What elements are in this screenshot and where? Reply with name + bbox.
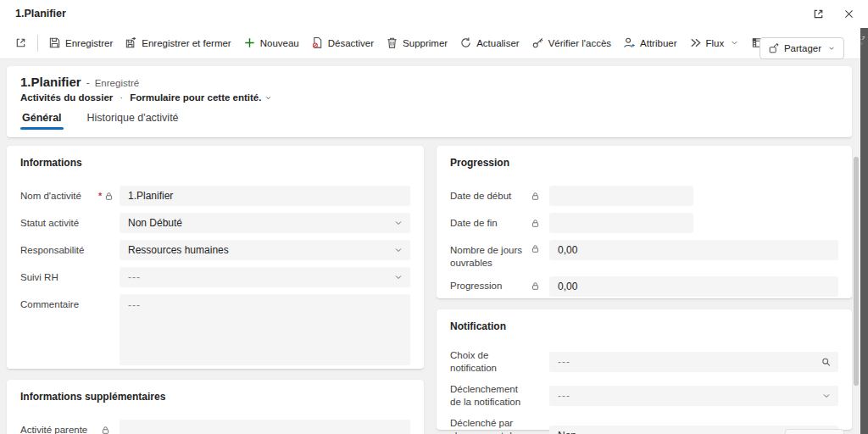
field-activite-parente: Activité parente: [20, 420, 410, 434]
tab-general[interactable]: Général: [20, 110, 64, 130]
lock-icon: [531, 244, 540, 253]
plus-icon: [243, 36, 256, 49]
field-nom-activite: Nom d'activité * 1.Planifier: [20, 186, 410, 206]
save-icon: [48, 36, 61, 49]
partial-card-edge: [785, 429, 844, 434]
chevron-down-icon: [393, 245, 403, 255]
dialog-title-bar: 1.Planifier: [0, 0, 868, 27]
field-progression: Progression 0,00: [450, 276, 838, 297]
progression-input[interactable]: 0,00: [549, 276, 838, 297]
field-suivi-rh: Suivi RH ---: [20, 267, 410, 287]
share-button[interactable]: Partager: [760, 37, 844, 59]
commentaire-textarea[interactable]: ---: [120, 294, 410, 365]
new-button[interactable]: Nouveau: [237, 31, 305, 55]
person-add-icon: [623, 36, 636, 49]
background-window-text2: v: [860, 41, 868, 46]
record-name: 1.Planifier: [20, 75, 81, 89]
lock-icon: [531, 281, 540, 291]
save-button[interactable]: Enregistrer: [42, 31, 119, 55]
lock-icon: [104, 192, 114, 201]
share-icon: [768, 42, 780, 54]
field-choix-notification: Choix de notification ---: [450, 349, 838, 375]
field-date-fin: Date de fin: [450, 213, 838, 233]
check-access-button[interactable]: Vérifier l'accès: [526, 31, 617, 55]
deactivate-icon: [311, 36, 324, 49]
jours-ouvrables-input[interactable]: 0,00: [549, 240, 838, 260]
chevron-down-icon: [821, 391, 832, 401]
section-progression: Progression Date de début Date de fin: [437, 146, 852, 298]
dialog-title: 1.Planifier: [15, 8, 66, 19]
save-and-close-button[interactable]: Enregistrer et fermer: [119, 31, 236, 55]
refresh-icon: [459, 36, 472, 49]
refresh-button[interactable]: Actualiser: [453, 31, 526, 55]
popout-icon[interactable]: [810, 6, 826, 22]
vertical-scrollbar[interactable]: [854, 157, 859, 386]
date-fin-input[interactable]: [549, 213, 693, 233]
field-declenche-par-changement-role: Déclenché par changement de rôle Non: [450, 417, 838, 434]
field-commentaire: Commentaire ---: [20, 294, 410, 365]
tab-activity-history[interactable]: Historique d'activité: [86, 110, 181, 130]
field-responsabilite: Responsabilité Ressources humaines: [20, 240, 410, 260]
entity-name: Activités du dossier: [20, 92, 113, 103]
toolbar-divider: [37, 35, 38, 52]
open-in-new-window-button[interactable]: [8, 31, 33, 55]
choix-notification-lookup[interactable]: ---: [549, 352, 838, 372]
delete-button[interactable]: Supprimer: [380, 31, 453, 55]
field-jours-ouvrables: Nombre de jours ouvrables 0,00: [450, 240, 838, 270]
responsabilite-select[interactable]: Ressources humaines: [120, 240, 410, 260]
record-separator: -: [86, 77, 90, 89]
search-icon[interactable]: [821, 356, 832, 367]
background-window-strip: .7 v: [860, 28, 868, 434]
record-status: Enregistré: [95, 78, 139, 88]
section-title: Informations supplémentaires: [20, 391, 410, 403]
suivi-rh-select[interactable]: ---: [120, 267, 410, 287]
date-debut-input[interactable]: [549, 186, 693, 206]
field-declenchement-notification: Déclenchement de la notification ---: [450, 383, 838, 409]
lock-icon: [531, 219, 540, 228]
save-and-close-icon: [125, 36, 137, 49]
trash-icon: [386, 36, 398, 49]
section-title: Progression: [450, 157, 838, 169]
command-bar: Enregistrer Enregistrer et fermer Nouvea…: [0, 27, 860, 59]
assign-button[interactable]: Attribuer: [617, 31, 682, 55]
declenchement-notification-select[interactable]: ---: [549, 386, 838, 406]
deactivate-button[interactable]: Désactiver: [305, 31, 380, 55]
dot-separator: ·: [120, 92, 123, 103]
section-informations-supplementaires: Informations supplémentaires Activité pa…: [7, 380, 424, 434]
open-in-new-window-icon: [14, 36, 27, 49]
record-header-card: 1.Planifier - Enregistré Activités du do…: [7, 66, 852, 137]
section-informations: Informations Nom d'activité * 1.Planifie…: [7, 146, 424, 369]
section-title: Informations: [20, 157, 410, 169]
section-title: Notification: [450, 320, 838, 332]
flow-icon: [689, 36, 702, 49]
chevron-down-icon: [730, 38, 739, 47]
key-icon: [531, 36, 544, 49]
form-page: 1.Planifier - Enregistré Activités du do…: [0, 59, 860, 434]
lock-icon: [101, 426, 110, 434]
form-selector[interactable]: Formulaire pour cette entité.: [130, 92, 272, 103]
activite-parente-input[interactable]: [120, 420, 410, 434]
field-statut-activite: Statut activité Non Débuté: [20, 213, 410, 233]
chevron-down-icon: [393, 218, 403, 228]
flow-button[interactable]: Flux: [683, 31, 746, 55]
form-tabs: Général Historique d'activité: [20, 110, 838, 130]
statut-activite-select[interactable]: Non Débuté: [120, 213, 410, 233]
chevron-down-icon: [827, 44, 836, 53]
section-notification: Notification Choix de notification --- D…: [437, 309, 852, 430]
close-icon[interactable]: [842, 7, 856, 21]
nom-activite-input[interactable]: 1.Planifier: [120, 186, 410, 206]
field-date-debut: Date de début: [450, 186, 838, 206]
required-marker: *: [98, 191, 102, 201]
lock-icon: [531, 192, 540, 201]
chevron-down-icon: [393, 272, 403, 282]
chevron-down-icon: [264, 94, 272, 102]
